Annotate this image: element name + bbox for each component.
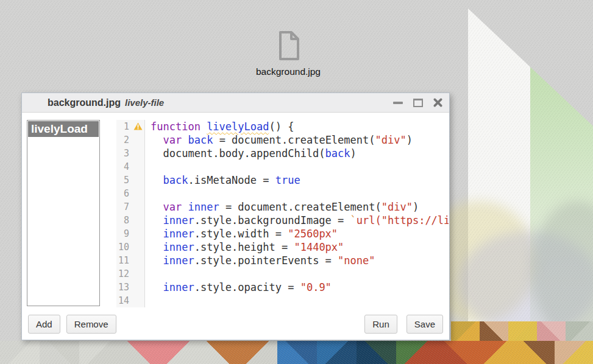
minimize-button[interactable] <box>393 102 403 104</box>
code-line-6 <box>151 187 449 200</box>
code-line-14 <box>151 294 449 307</box>
code-line-11: inner.style.pointerEvents = "none" <box>151 254 449 267</box>
code-token-plain: .style.backgroundImage = <box>194 214 350 226</box>
strip-segment <box>451 321 480 342</box>
code-token-string: "1440px" <box>294 241 344 253</box>
sidebar-item-livelyload[interactable]: livelyLoad <box>28 121 99 137</box>
code-token-keyword: var <box>163 201 182 213</box>
window-title: background.jpg <box>48 97 121 108</box>
gutter-line-12: 12 <box>116 267 144 281</box>
code-editor[interactable]: 1234567891011121314 function livelyLoad(… <box>116 120 449 307</box>
code-line-9: inner.style.width = "2560px" <box>151 227 449 240</box>
strip-segment <box>40 341 79 364</box>
maximize-button[interactable] <box>413 99 423 107</box>
run-button[interactable]: Run <box>364 315 397 334</box>
code-token-string: "none" <box>338 254 375 267</box>
code-token-plain <box>151 281 163 293</box>
file-shortcut-background-jpg[interactable]: background.jpg <box>233 30 343 77</box>
code-line-7: var inner = document.createElement("div"… <box>151 200 449 214</box>
code-token-string: url("https://liv <box>357 214 449 226</box>
strip-segment <box>158 341 198 364</box>
window-controls <box>393 98 442 107</box>
strip-segment <box>198 341 238 364</box>
code-token-plain <box>151 174 163 186</box>
gutter-line-1: 1 <box>116 120 144 133</box>
code-line-5: back.isMetaNode = true <box>151 173 449 187</box>
strip-segment <box>555 341 593 364</box>
strip-segment <box>119 341 158 364</box>
code-token-name: back <box>325 147 350 159</box>
close-icon <box>433 98 442 107</box>
gutter-line-14: 14 <box>116 294 144 307</box>
footer-left-buttons: AddRemove <box>28 315 116 334</box>
code-token-string: "div" <box>375 134 407 146</box>
code-token-name: back <box>163 174 188 186</box>
code-token-plain <box>182 134 188 146</box>
code-token-plain: .style.opacity = <box>194 281 300 293</box>
minimize-icon <box>393 102 403 104</box>
gutter-line-2: 2 <box>116 133 144 147</box>
code-token-plain <box>151 134 163 146</box>
add-button[interactable]: Add <box>28 315 60 334</box>
gutter-line-3: 3 <box>116 147 144 160</box>
code-token-keyword: var <box>163 134 182 146</box>
editor-code-area: function livelyLoad() { var back = docum… <box>145 120 449 307</box>
window-subtitle: lively-file <box>125 97 164 108</box>
code-token-name: inner <box>163 254 194 267</box>
strip-segment <box>508 321 537 342</box>
code-token-name: inner <box>188 201 219 213</box>
gutter-line-4: 4 <box>116 160 144 173</box>
hamburger-menu-icon[interactable] <box>29 99 39 107</box>
code-token-plain: .style.height = <box>194 241 294 253</box>
code-token-plain: = document.createElement( <box>219 201 382 213</box>
code-token-plain: ) <box>350 147 357 159</box>
strip-segment <box>537 321 566 342</box>
remove-button[interactable]: Remove <box>66 315 116 334</box>
code-token-plain: = document.createElement( <box>213 134 375 146</box>
maximize-icon <box>413 99 423 107</box>
strip-segment <box>317 341 357 364</box>
code-token-plain: ) <box>407 134 413 146</box>
code-line-2: var back = document.createElement("div") <box>151 133 449 147</box>
gutter-line-5: 5 <box>116 173 144 187</box>
editor-gutter: 1234567891011121314 <box>116 120 145 307</box>
warning-icon <box>133 122 143 130</box>
gutter-line-11: 11 <box>116 254 144 267</box>
file-editor-window: background.jpg lively-file livelyLoad 12… <box>21 93 450 340</box>
strip-segment <box>357 341 396 364</box>
code-token-plain: .isMetaNode = <box>188 174 275 186</box>
strip-segment <box>396 341 436 364</box>
save-button[interactable]: Save <box>407 315 443 334</box>
code-token-name: inner <box>163 281 194 293</box>
code-token-plain: .style.pointerEvents = <box>194 254 338 267</box>
code-line-3: document.body.appendChild(back) <box>151 147 449 160</box>
desktop: background.jpg background.jpg lively-fil… <box>0 0 593 364</box>
code-token-plain: document.body.appendChild( <box>151 147 325 159</box>
strip-segment <box>79 341 119 364</box>
window-body: livelyLoad 1234567891011121314 function … <box>22 113 449 339</box>
code-token-name: true <box>275 174 300 186</box>
file-document-icon <box>276 30 300 61</box>
code-token-plain: ) <box>413 201 419 213</box>
code-token-string: "0.9" <box>300 281 332 293</box>
gutter-line-13: 13 <box>116 281 144 294</box>
gutter-line-10: 10 <box>116 240 144 254</box>
code-token-plain <box>151 254 163 267</box>
code-line-10: inner.style.height = "1440px" <box>151 240 449 254</box>
code-token-plain <box>151 241 163 253</box>
code-line-4 <box>151 160 449 173</box>
window-footer: AddRemove RunSave <box>28 315 443 334</box>
code-token-name: inner <box>163 228 194 240</box>
code-token-string: "2560px" <box>288 228 338 240</box>
footer-right-buttons: RunSave <box>364 315 443 334</box>
strip-segment <box>566 321 593 342</box>
strip-segment <box>238 341 277 364</box>
strip-segment <box>436 341 475 364</box>
code-token-name: back <box>188 134 213 146</box>
close-button[interactable] <box>433 98 442 107</box>
gutter-line-8: 8 <box>116 214 144 227</box>
strip-segment <box>277 341 317 364</box>
code-token-name: livelyLoad <box>207 121 269 133</box>
code-token-plain <box>182 201 188 213</box>
code-token-string: "div" <box>382 201 413 213</box>
